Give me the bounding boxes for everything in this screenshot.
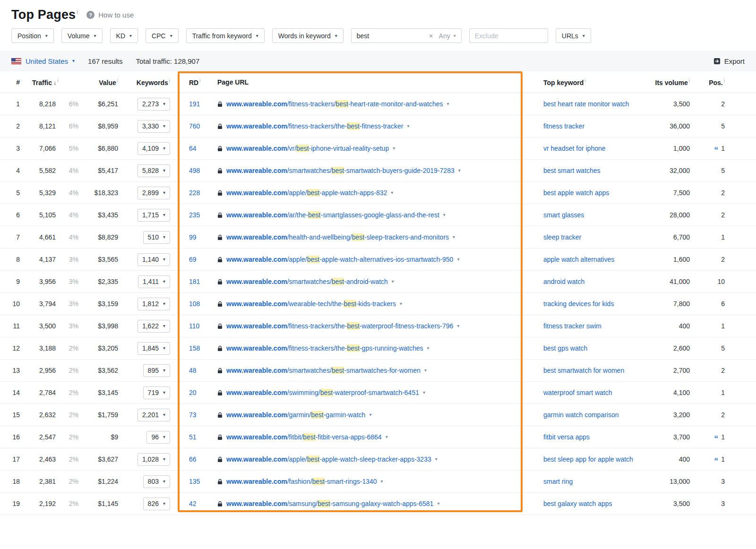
top-keyword-link[interactable]: sleep tracker bbox=[543, 232, 581, 242]
url-expand-caret[interactable]: ▾ bbox=[423, 390, 425, 395]
url-expand-caret[interactable]: ▾ bbox=[386, 435, 388, 439]
url-expand-caret[interactable]: ▾ bbox=[407, 124, 410, 129]
referring-domains-link[interactable]: 42 bbox=[184, 500, 217, 507]
referring-domains-link[interactable]: 498 bbox=[184, 167, 217, 174]
url-expand-caret[interactable]: ▾ bbox=[424, 368, 427, 373]
page-url-link[interactable]: www.wareable.com/fitness-trackers/best-h… bbox=[226, 100, 443, 108]
keywords-dropdown[interactable]: 4,109▾ bbox=[137, 142, 170, 155]
referring-domains-link[interactable]: 73 bbox=[184, 411, 217, 419]
top-keyword-link[interactable]: fitness tracker bbox=[543, 121, 584, 131]
keywords-dropdown[interactable]: 3,330▾ bbox=[137, 120, 170, 133]
clear-icon[interactable]: × bbox=[429, 32, 433, 40]
keywords-dropdown[interactable]: 510▾ bbox=[143, 231, 170, 244]
top-keyword-link[interactable]: vr headset for iphone bbox=[543, 144, 606, 154]
page-url-link[interactable]: www.wareable.com/swimming/best-waterproo… bbox=[226, 389, 419, 396]
referring-domains-link[interactable]: 110 bbox=[184, 322, 217, 330]
referring-domains-link[interactable]: 48 bbox=[184, 367, 217, 374]
url-expand-caret[interactable]: ▾ bbox=[457, 324, 459, 328]
referring-domains-link[interactable]: 158 bbox=[184, 344, 217, 352]
url-expand-caret[interactable]: ▾ bbox=[400, 301, 402, 306]
page-url-link[interactable]: www.wareable.com/garmin/best-garmin-watc… bbox=[226, 411, 365, 419]
url-expand-caret[interactable]: ▾ bbox=[393, 146, 395, 151]
referring-domains-link[interactable]: 760 bbox=[184, 122, 217, 130]
url-expand-caret[interactable]: ▾ bbox=[453, 235, 455, 240]
filter-traffic-from-keyword[interactable]: Traffic from keyword ▾ bbox=[186, 28, 265, 43]
top-keyword-link[interactable]: waterproof smart watch bbox=[543, 388, 612, 398]
filter-volume[interactable]: Volume ▾ bbox=[61, 28, 103, 43]
top-keyword-link[interactable]: smart glasses bbox=[543, 210, 584, 220]
referring-domains-link[interactable]: 135 bbox=[184, 478, 217, 485]
top-keyword-link[interactable]: best smart watches bbox=[543, 166, 601, 176]
top-keyword-link[interactable]: best heart rate monitor watch bbox=[543, 99, 629, 109]
header-traffic[interactable]: Traffic↓i bbox=[32, 78, 87, 86]
how-to-use-link[interactable]: ? How to use bbox=[86, 11, 134, 19]
filter-words-in-keyword[interactable]: Words in keyword ▾ bbox=[272, 28, 344, 43]
top-keyword-link[interactable]: smart ring bbox=[543, 477, 573, 487]
keywords-dropdown[interactable]: 96▾ bbox=[146, 431, 170, 444]
top-keyword-link[interactable]: fitbit versa apps bbox=[543, 432, 590, 442]
url-expand-caret[interactable]: ▾ bbox=[443, 213, 446, 217]
page-url-link[interactable]: www.wareable.com/apple/best-apple-watch-… bbox=[226, 256, 453, 263]
top-keyword-link[interactable]: best sleep app for apple watch bbox=[543, 455, 633, 464]
url-expand-caret[interactable]: ▾ bbox=[457, 257, 459, 262]
top-keyword-link[interactable]: garmin watch comparison bbox=[543, 410, 619, 420]
keywords-dropdown[interactable]: 1,715▾ bbox=[137, 209, 170, 222]
page-url-link[interactable]: www.wareable.com/vr/best-iphone-virtual-… bbox=[226, 145, 389, 152]
keywords-dropdown[interactable]: 1,845▾ bbox=[137, 342, 170, 355]
page-url-link[interactable]: www.wareable.com/apple/best-apple-watch-… bbox=[226, 455, 431, 463]
page-url-link[interactable]: www.wareable.com/samsung/best-samsung-ga… bbox=[226, 500, 433, 507]
referring-domains-link[interactable]: 235 bbox=[184, 211, 217, 219]
referring-domains-link[interactable]: 69 bbox=[184, 256, 217, 263]
referring-domains-link[interactable]: 51 bbox=[184, 433, 217, 441]
keyword-exclude-input[interactable]: Exclude bbox=[469, 28, 548, 43]
header-page-url[interactable]: Page URL bbox=[217, 78, 524, 86]
url-expand-caret[interactable]: ▾ bbox=[427, 346, 430, 351]
top-keyword-link[interactable]: best smartwatch for women bbox=[543, 366, 624, 376]
page-url-link[interactable]: www.wareable.com/fitness-trackers/the-be… bbox=[226, 122, 404, 130]
page-url-link[interactable]: www.wareable.com/fitness-trackers/the-be… bbox=[226, 322, 453, 330]
filter-urls[interactable]: URLs ▾ bbox=[556, 28, 591, 43]
top-keyword-link[interactable]: apple watch alternatives bbox=[543, 255, 614, 265]
url-expand-caret[interactable]: ▾ bbox=[369, 412, 371, 417]
referring-domains-link[interactable]: 66 bbox=[184, 455, 217, 463]
keywords-dropdown[interactable]: 2,201▾ bbox=[137, 409, 170, 421]
top-keyword-link[interactable]: best gps watch bbox=[543, 343, 587, 353]
filter-cpc[interactable]: CPC ▾ bbox=[146, 28, 179, 43]
referring-domains-link[interactable]: 20 bbox=[184, 389, 217, 396]
header-top-keyword[interactable]: Top keywordi bbox=[524, 78, 638, 86]
top-keyword-link[interactable]: best apple watch apps bbox=[543, 188, 609, 198]
header-its-volume[interactable]: Its volumei bbox=[638, 78, 695, 86]
keywords-dropdown[interactable]: 1,028▾ bbox=[137, 453, 170, 466]
header-keywords[interactable]: Keywordsi bbox=[130, 78, 184, 86]
page-url-link[interactable]: www.wareable.com/fitbit/best-fitbit-vers… bbox=[226, 433, 382, 441]
page-url-link[interactable]: www.wareable.com/smartwatches/best-smart… bbox=[226, 167, 455, 174]
top-keyword-link[interactable]: best galaxy watch apps bbox=[543, 499, 612, 509]
url-expand-caret[interactable]: ▾ bbox=[381, 479, 383, 484]
keywords-dropdown[interactable]: 2,899▾ bbox=[137, 187, 170, 199]
referring-domains-link[interactable]: 181 bbox=[184, 278, 217, 285]
keywords-dropdown[interactable]: 719▾ bbox=[143, 386, 170, 399]
match-mode-dropdown[interactable]: Any ▾ bbox=[439, 32, 456, 40]
header-value[interactable]: Valuei bbox=[87, 78, 130, 86]
referring-domains-link[interactable]: 228 bbox=[184, 189, 217, 197]
url-expand-caret[interactable]: ▾ bbox=[391, 190, 393, 195]
export-button[interactable]: Export bbox=[713, 57, 745, 65]
top-keyword-link[interactable]: android watch bbox=[543, 277, 584, 287]
page-url-link[interactable]: www.wareable.com/smartwatches/best-andro… bbox=[226, 278, 388, 285]
url-expand-caret[interactable]: ▾ bbox=[437, 501, 439, 506]
header-num[interactable]: # bbox=[11, 78, 32, 86]
referring-domains-link[interactable]: 99 bbox=[184, 233, 217, 241]
keywords-dropdown[interactable]: 1,812▾ bbox=[137, 298, 170, 310]
referring-domains-link[interactable]: 191 bbox=[184, 100, 217, 108]
url-expand-caret[interactable]: ▾ bbox=[447, 102, 449, 106]
filter-kd[interactable]: KD ▾ bbox=[110, 28, 138, 43]
referring-domains-link[interactable]: 108 bbox=[184, 300, 217, 308]
referring-domains-link[interactable]: 64 bbox=[184, 145, 217, 152]
keywords-dropdown[interactable]: 2,273▾ bbox=[137, 98, 170, 111]
header-rd[interactable]: RDi bbox=[184, 78, 217, 86]
country-selector[interactable]: United States ▾ bbox=[11, 57, 75, 65]
page-url-link[interactable]: www.wareable.com/apple/best-apple-watch-… bbox=[226, 189, 387, 197]
top-keyword-link[interactable]: fitness tracker swim bbox=[543, 321, 601, 331]
keywords-dropdown[interactable]: 1,140▾ bbox=[137, 253, 170, 266]
keyword-include-input[interactable]: best × Any ▾ bbox=[351, 28, 462, 43]
